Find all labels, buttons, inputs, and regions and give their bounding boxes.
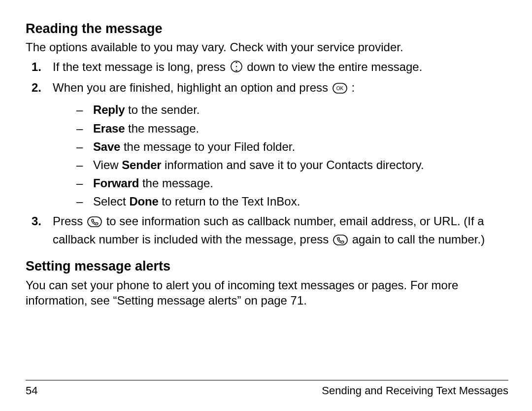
svg-marker-3: [235, 70, 237, 71]
intro-text: The options available to you may vary. C…: [26, 39, 508, 55]
options-list: Reply to the sender. Erase the message. …: [53, 101, 508, 210]
heading-setting-alerts: Setting message alerts: [26, 258, 508, 274]
option-save-bold: Save: [93, 140, 120, 153]
option-done: Select Done to return to the Text InBox.: [53, 192, 508, 210]
option-reply-rest: to the sender.: [125, 103, 200, 116]
option-sender-rest: information and save it to your Contacts…: [161, 158, 424, 171]
option-sender-pre: View: [93, 158, 122, 171]
ok-key-icon: OK: [332, 82, 347, 98]
step-2: When you are finished, highlight an opti…: [26, 80, 508, 211]
navigation-key-icon: [230, 60, 243, 77]
chapter-title: Sending and Receiving Text Messages: [322, 384, 508, 397]
step-1: If the text message is long, press down …: [26, 59, 508, 77]
step3-c: again to call the number.): [352, 233, 485, 246]
option-sender: View Sender information and save it to y…: [53, 156, 508, 174]
steps-list: If the text message is long, press down …: [26, 59, 508, 250]
option-reply: Reply to the sender.: [53, 101, 508, 119]
option-sender-bold: Sender: [122, 158, 161, 171]
manual-page: Reading the message The options availabl…: [0, 0, 532, 411]
option-reply-bold: Reply: [93, 103, 125, 116]
step2-post: :: [351, 81, 355, 94]
step-3: Press to see information such as callbac…: [26, 213, 508, 249]
option-erase: Erase the message.: [53, 119, 508, 137]
option-save: Save the message to your Filed folder.: [53, 137, 508, 156]
option-done-bold: Done: [129, 195, 158, 208]
step3-a: Press: [53, 214, 86, 228]
option-forward-rest: the message.: [139, 176, 213, 190]
option-forward-bold: Forward: [93, 176, 139, 190]
step2-pre: When you are finished, highlight an opti…: [53, 81, 332, 94]
phone-key-icon: [333, 234, 348, 249]
svg-rect-7: [333, 235, 347, 245]
option-done-rest: to return to the Text InBox.: [159, 195, 300, 208]
phone-key-icon: [87, 215, 102, 231]
option-save-rest: the message to your Filed folder.: [120, 140, 295, 153]
option-forward: Forward the message.: [53, 174, 508, 192]
page-number: 54: [26, 384, 37, 397]
svg-point-1: [235, 66, 236, 67]
svg-marker-2: [235, 62, 237, 63]
setting-alerts-body: You can set your phone to alert you of i…: [26, 277, 508, 308]
step1-pre: If the text message is long, press: [53, 60, 229, 73]
option-erase-rest: the message.: [125, 122, 199, 135]
option-done-pre: Select: [93, 195, 129, 208]
svg-rect-6: [88, 217, 101, 227]
svg-text:OK: OK: [336, 86, 343, 91]
step1-post: down to view the entire message.: [247, 60, 422, 73]
page-footer: 54 Sending and Receiving Text Messages: [26, 380, 508, 397]
heading-reading-message: Reading the message: [26, 21, 508, 36]
option-erase-bold: Erase: [93, 122, 125, 135]
